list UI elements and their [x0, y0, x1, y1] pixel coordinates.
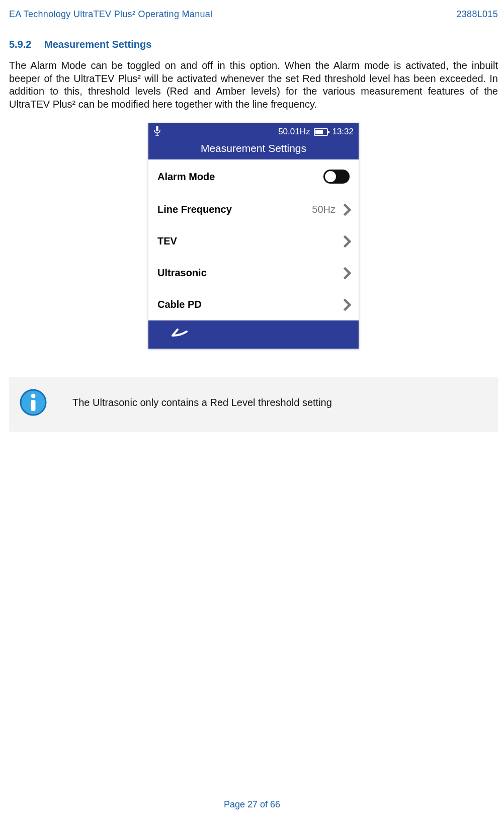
info-icon [19, 388, 47, 417]
chevron-right-icon [339, 298, 351, 311]
microphone-icon [153, 126, 161, 138]
row-ultrasonic[interactable]: Ultrasonic [148, 257, 359, 289]
row-alarm-mode[interactable]: Alarm Mode [148, 159, 359, 194]
battery-icon [314, 128, 328, 136]
body-paragraph: The Alarm Mode can be toggled on and off… [9, 59, 498, 111]
row-label: Ultrasonic [157, 267, 207, 279]
chevron-right-icon [339, 267, 351, 279]
status-time: 13:32 [332, 127, 354, 137]
section-number: 5.9.2 [9, 39, 34, 50]
row-line-frequency[interactable]: Line Frequency 50Hz [148, 194, 359, 225]
chevron-right-icon [339, 235, 351, 248]
row-cable-pd[interactable]: Cable PD [148, 289, 359, 320]
row-label: TEV [157, 235, 177, 247]
device-footer [148, 320, 359, 349]
page-footer: Page 27 of 66 [0, 799, 504, 810]
svg-point-5 [31, 394, 36, 398]
chevron-right-icon [339, 203, 351, 216]
row-value: 50Hz [312, 204, 335, 215]
info-callout: The Ultrasonic only contains a Red Level… [9, 377, 498, 432]
row-label: Cable PD [157, 299, 202, 310]
svg-rect-0 [156, 126, 158, 131]
device-title: Measurement Settings [148, 140, 359, 159]
row-tev[interactable]: TEV [148, 225, 359, 257]
alarm-mode-toggle[interactable] [323, 170, 350, 184]
row-label: Alarm Mode [157, 171, 215, 183]
section-heading: 5.9.2 Measurement Settings [9, 39, 498, 50]
back-icon[interactable] [170, 326, 190, 343]
device-list: Alarm Mode Line Frequency 50Hz TEV Ultra… [148, 159, 359, 320]
svg-rect-6 [31, 400, 36, 411]
status-frequency: 50.01Hz [278, 127, 310, 137]
device-status-bar: 50.01Hz 13:32 [148, 123, 359, 140]
device-screenshot: 50.01Hz 13:32 Measurement Settings Alarm… [148, 123, 359, 349]
header-left: EA Technology UltraTEV Plus² Operating M… [9, 9, 212, 20]
header-right: 2388L015 [457, 9, 498, 20]
page-header: EA Technology UltraTEV Plus² Operating M… [9, 9, 498, 20]
row-label: Line Frequency [157, 204, 232, 215]
section-title: Measurement Settings [44, 39, 151, 50]
info-text: The Ultrasonic only contains a Red Level… [72, 397, 332, 408]
